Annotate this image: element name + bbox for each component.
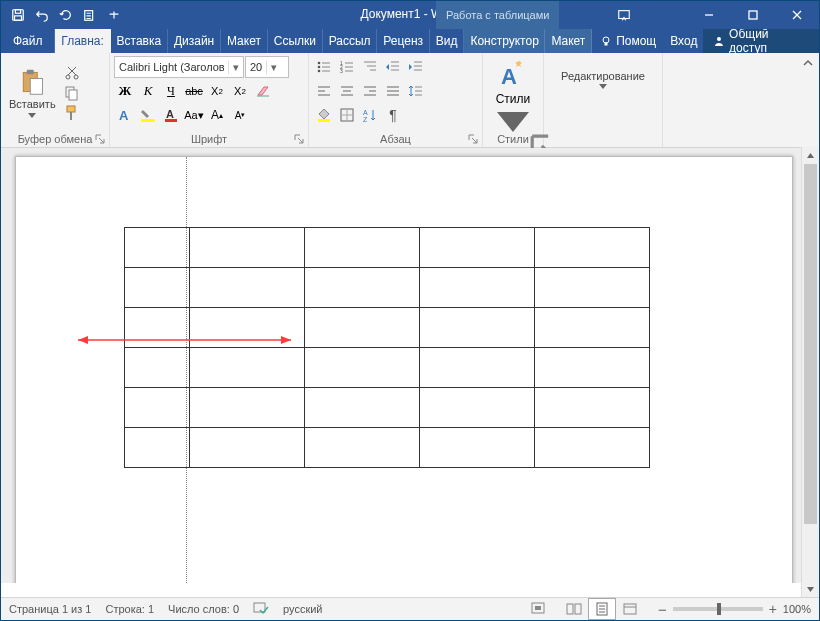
table-cell[interactable] (535, 388, 650, 428)
grow-font-button[interactable]: A▴ (206, 104, 228, 126)
format-painter-button[interactable] (62, 104, 82, 122)
sort-button[interactable]: AZ (359, 104, 381, 126)
clipboard-launcher[interactable] (95, 133, 107, 145)
zoom-slider[interactable] (673, 607, 763, 611)
tab-table-design[interactable]: Конструктор (464, 29, 545, 53)
change-case-button[interactable]: Aa▾ (183, 104, 205, 126)
table-cell[interactable] (420, 308, 535, 348)
show-marks-button[interactable]: ¶ (382, 104, 404, 126)
superscript-button[interactable]: X2 (229, 80, 251, 102)
align-left-button[interactable] (313, 80, 335, 102)
repeat-icon[interactable] (55, 4, 77, 26)
bullets-button[interactable] (313, 56, 335, 78)
subscript-button[interactable]: X2 (206, 80, 228, 102)
zoom-value[interactable]: 100% (783, 603, 811, 615)
table-cell[interactable] (420, 388, 535, 428)
numbering-button[interactable]: 123 (336, 56, 358, 78)
table-cell[interactable] (125, 348, 190, 388)
maximize-button[interactable] (731, 1, 775, 29)
tab-home[interactable]: Главна: (55, 29, 110, 53)
font-color-button[interactable]: A (160, 104, 182, 126)
table-cell[interactable] (125, 268, 190, 308)
tab-review[interactable]: Реценз (377, 29, 429, 53)
shrink-font-button[interactable]: A▾ (229, 104, 251, 126)
text-effects-button[interactable]: A (114, 104, 136, 126)
table-cell[interactable] (420, 348, 535, 388)
table-cell[interactable] (420, 228, 535, 268)
table-cell[interactable] (305, 348, 420, 388)
status-language[interactable]: русский (283, 603, 322, 615)
styles-button[interactable]: A Стили (487, 56, 539, 142)
align-right-button[interactable] (359, 80, 381, 102)
decrease-indent-button[interactable] (382, 56, 404, 78)
qat-customize-icon[interactable] (103, 4, 125, 26)
table-cell[interactable] (535, 428, 650, 468)
table-cell[interactable] (420, 268, 535, 308)
paste-button[interactable]: Вставить (5, 56, 60, 130)
line-spacing-button[interactable] (405, 80, 427, 102)
scroll-down-button[interactable] (802, 581, 819, 598)
share-button[interactable]: Общий доступ (703, 29, 819, 53)
page[interactable] (15, 156, 793, 583)
increase-indent-button[interactable] (405, 56, 427, 78)
font-size-combo[interactable]: 20▾ (245, 56, 289, 78)
table-cell[interactable] (420, 428, 535, 468)
multilevel-button[interactable] (359, 56, 381, 78)
table-cell[interactable] (305, 268, 420, 308)
scroll-up-button[interactable] (802, 147, 819, 164)
tab-file[interactable]: Файл (1, 29, 55, 53)
tab-design[interactable]: Дизайн (168, 29, 221, 53)
tab-view[interactable]: Вид (430, 29, 465, 53)
borders-button[interactable] (336, 104, 358, 126)
tab-mailings[interactable]: Рассыл (323, 29, 378, 53)
table-cell[interactable] (535, 308, 650, 348)
scroll-thumb[interactable] (804, 164, 817, 524)
status-page[interactable]: Страница 1 из 1 (9, 603, 91, 615)
clear-format-button[interactable] (252, 80, 274, 102)
table-cell[interactable] (535, 228, 650, 268)
cut-button[interactable] (62, 64, 82, 82)
table-cell[interactable] (125, 388, 190, 428)
collapse-ribbon-button[interactable] (797, 53, 819, 147)
status-words[interactable]: Число слов: 0 (168, 603, 239, 615)
status-line[interactable]: Строка: 1 (105, 603, 154, 615)
tell-me-search[interactable]: Помощ (592, 29, 664, 53)
table-cell[interactable] (535, 268, 650, 308)
table-cell[interactable] (535, 348, 650, 388)
bold-button[interactable]: Ж (114, 80, 136, 102)
zoom-out-button[interactable]: − (658, 601, 667, 618)
ribbon-options-icon[interactable] (609, 1, 639, 29)
table-cell[interactable] (190, 428, 305, 468)
tab-references[interactable]: Ссылки (268, 29, 323, 53)
signin-button[interactable]: Вход (664, 29, 703, 53)
font-launcher[interactable] (294, 133, 306, 145)
vertical-scrollbar[interactable] (801, 147, 819, 598)
styles-launcher[interactable] (529, 133, 541, 145)
table-cell[interactable] (305, 388, 420, 428)
minimize-button[interactable] (687, 1, 731, 29)
tab-layout[interactable]: Макет (221, 29, 268, 53)
strikethrough-button[interactable]: abc (183, 80, 205, 102)
paragraph-launcher[interactable] (468, 133, 480, 145)
shading-button[interactable] (313, 104, 335, 126)
table-cell[interactable] (125, 228, 190, 268)
web-layout-button[interactable] (616, 598, 644, 620)
document-table[interactable] (124, 227, 650, 468)
zoom-in-button[interactable]: + (769, 601, 777, 617)
table-cell[interactable] (190, 388, 305, 428)
editing-button[interactable]: Редактирование (548, 56, 658, 91)
save-icon[interactable] (7, 4, 29, 26)
read-mode-button[interactable] (560, 598, 588, 620)
align-center-button[interactable] (336, 80, 358, 102)
table-cell[interactable] (125, 428, 190, 468)
print-layout-button[interactable] (588, 598, 616, 620)
tab-table-layout[interactable]: Макет (545, 29, 592, 53)
table-cell[interactable] (190, 348, 305, 388)
table-cell[interactable] (190, 268, 305, 308)
justify-button[interactable] (382, 80, 404, 102)
table-cell[interactable] (190, 228, 305, 268)
macro-icon[interactable] (530, 601, 546, 617)
highlight-button[interactable] (137, 104, 159, 126)
table-cell[interactable] (305, 228, 420, 268)
table-cell[interactable] (305, 428, 420, 468)
